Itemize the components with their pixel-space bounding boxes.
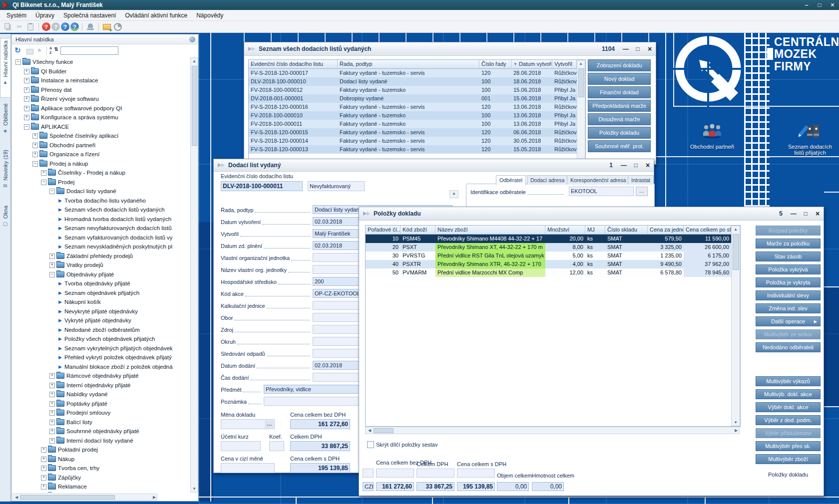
button-marze-za-polozku[interactable]: Marže za položku: [756, 239, 821, 249]
app-maximize-button[interactable]: □: [813, 1, 826, 8]
button-individualni-slevy[interactable]: Individuální slevy: [756, 290, 821, 300]
expand-icon[interactable]: +: [24, 96, 29, 102]
hide-subitems-checkbox[interactable]: [367, 441, 374, 448]
tree-folder-reklamace[interactable]: +Reklamace: [12, 482, 189, 491]
collapse-all-icon[interactable]: [26, 49, 33, 54]
collapse-icon[interactable]: −: [49, 189, 55, 194]
customer-picker-button[interactable]: …: [636, 187, 648, 196]
expand-icon[interactable]: +: [49, 383, 55, 388]
list-window-titlebar[interactable]: Seznam všech dodacích listů vydaných 110…: [244, 42, 656, 56]
expand-icon[interactable]: +: [49, 392, 55, 397]
button-novy-doklad[interactable]: Nový doklad: [588, 73, 651, 85]
help-context-icon[interactable]: ?: [42, 22, 50, 31]
expand-icon[interactable]: +: [49, 420, 55, 425]
item-row[interactable]: 10PSM45Převodníky Shimano M4408 44-32-22…: [366, 235, 731, 243]
tree-item-vykryte-prijate-objednavky[interactable]: ▶Vykryté přijaté objednávky: [12, 316, 189, 325]
tree-item-manualni-blokace-zbozi-z-polozek-objedna[interactable]: ▶Manuální blokace zboží z položek objedn…: [12, 362, 189, 371]
tree-folder-prodej[interactable]: −Prodej: [12, 178, 189, 187]
form-scrollbar-up[interactable]: ▲: [449, 190, 458, 198]
tree-item-polozky-vsech-objednavek-prijatych[interactable]: ▶Položky všech objednávek přijatých: [12, 334, 189, 343]
close-button[interactable]: ×: [642, 161, 654, 169]
timer-icon[interactable]: [113, 22, 123, 32]
item-row[interactable]: 50PVMARMPřední vidlice Marzocchi MX Comp…: [366, 268, 731, 277]
bell-icon[interactable]: [85, 22, 95, 32]
expand-icon[interactable]: +: [49, 429, 55, 434]
sidebar-tab-oblibene[interactable]: Oblíbené★: [0, 101, 10, 143]
button-predpokladana-marze[interactable]: Předpokládaná marže: [588, 100, 651, 112]
tree-folder-rizeni-vyvoje-softwaru[interactable]: +Řízení vývoje softwaru: [12, 94, 189, 103]
help-form-icon[interactable]: ?: [51, 22, 60, 31]
sidebar-tab-okna[interactable]: Okna▢: [0, 204, 10, 237]
menu-item-upravy[interactable]: Úpravy: [31, 10, 59, 21]
sidebar-tab-novinky-19[interactable]: Novinky (19)✉: [0, 148, 10, 199]
tree-item-seznam-nevyfakturovanych-dodacich-listu[interactable]: ▶Seznam nevyfakturovaných dodacích listů: [12, 224, 189, 233]
column-header-mj[interactable]: MJ: [585, 226, 605, 235]
currency-field[interactable]: …: [221, 419, 275, 429]
column-header-nazev-zbozi[interactable]: Název zboží: [435, 226, 545, 235]
tree-folder-registrace-prodeje-v-hotovosti[interactable]: +Registrace prodeje v hotovosti: [12, 492, 189, 493]
menu-item-spolecna-nastaveni[interactable]: Společná nastavení: [59, 10, 120, 21]
menu-item-ovladani-aktivni-funkce[interactable]: Ovládání aktivní funkce: [120, 10, 192, 21]
close-button[interactable]: ×: [644, 45, 656, 53]
app-minimize-button[interactable]: –: [800, 1, 813, 8]
menu-item-napovedy[interactable]: Nápovědy: [192, 10, 228, 21]
tree-folder-zakladni-prehledy-prodeju[interactable]: +Základní přehledy prodejů: [12, 252, 189, 260]
tab-korespondencni-adresa[interactable]: Korespondenční adresa: [567, 175, 630, 185]
column-header-datum-vytvoreni[interactable]: ▼Datum vytvoření: [511, 60, 552, 69]
column-header-evidencni-cislo-dodaciho-listu[interactable]: Evidenční číslo dodacího listu: [249, 60, 338, 69]
minimize-button[interactable]: —: [788, 210, 800, 217]
button-financni-doklad[interactable]: Finanční doklad: [588, 86, 651, 98]
maximize-button[interactable]: □: [630, 162, 642, 169]
items-horizontal-scrollbar[interactable]: ◀ ▶: [365, 427, 740, 434]
expand-icon[interactable]: +: [24, 87, 29, 93]
expand-icon[interactable]: +: [49, 373, 55, 379]
expand-icon[interactable]: +: [49, 401, 55, 407]
tree-item-nakupni-kosik[interactable]: ▶Nákupní košík: [12, 297, 189, 306]
table-row[interactable]: DLV-2018-100-000010Dodací listy vydané10…: [249, 77, 577, 86]
button-vyber-dokl-akce[interactable]: Výběr dokl. akce: [756, 402, 821, 412]
currency-picker-button[interactable]: …: [265, 420, 274, 428]
table-row[interactable]: FV-S-2018-120-000016Faktury vydané - tuz…: [249, 103, 577, 111]
collapse-icon[interactable]: −: [32, 161, 38, 167]
button-zobrazeni-dokladu[interactable]: Zobrazení dokladu: [588, 59, 651, 71]
item-row[interactable]: 30PVRSTGPřední vidlice RST Gila TnL olej…: [366, 252, 731, 260]
expand-icon[interactable]: +: [41, 170, 46, 176]
tree-folder-instalace-a-reinstalace[interactable]: +Instalace a reinstalace: [12, 76, 189, 85]
tree-folder-prenosy-dat[interactable]: +Přenosy dat: [12, 85, 189, 94]
table-row[interactable]: FV-2018-100-000010Faktury vydané - tuzem…: [249, 111, 577, 120]
sidebar-tab-hlavni-nabidka[interactable]: Hlavní nabídka▲: [0, 38, 10, 98]
items-window-titlebar[interactable]: Položky dokladu 5 — □ ×: [359, 207, 824, 221]
table-row[interactable]: FV-S-2018-120-000015Faktury vydané - tuz…: [249, 128, 577, 137]
tree-folder-aplikace-softwarove-podpory-qi[interactable]: +Aplikace softwarové podpory QI: [12, 104, 189, 113]
tree-folder-spolecne-ciselniky-aplikaci[interactable]: +Společné číselníky aplikací: [12, 131, 189, 140]
tree-folder-dodaci-listy-vydane[interactable]: −Dodací listy vydané: [12, 187, 189, 196]
expand-icon[interactable]: +: [41, 484, 46, 490]
expand-icon[interactable]: +: [32, 133, 38, 139]
tree-folder-organizace-a-rizeni[interactable]: +Organizace a řízení: [12, 150, 189, 159]
column-header-rada-podtyp[interactable]: Řada, podtyp: [338, 60, 479, 69]
item-row[interactable]: 40PSXTRPřevodníky Shimano XTR, 46-32-22 …: [366, 260, 731, 268]
button-polozka-vykryva[interactable]: Položka vykrývá: [756, 264, 821, 274]
tree-folder-vsechny-funkce[interactable]: −Všechny funkce: [12, 57, 189, 66]
button-multivyber-zbozi[interactable]: Multivýběr zboží: [756, 454, 821, 464]
expand-icon[interactable]: +: [41, 466, 46, 471]
button-multivyb-dokl-akce[interactable]: Multivýb. dokl. akce: [756, 389, 821, 399]
copy-icon[interactable]: [3, 22, 13, 32]
maximize-button[interactable]: □: [800, 210, 812, 217]
tree-item-seznam-vykrytelnych-prijatych-objednavek[interactable]: ▶Seznam vykrytelných přijatých objednáve…: [12, 344, 189, 353]
tree-item-nevykryte-prijate-objednavky[interactable]: ▶Nevykryté přijaté objednávky: [12, 307, 189, 316]
tree-item-tvorba-dodaciho-listu-vydaneho[interactable]: ▶Tvorba dodacího listu vydaného: [12, 196, 189, 205]
button-dosazena-marze[interactable]: Dosažená marže: [588, 113, 651, 125]
foreign-price-field[interactable]: [221, 463, 275, 473]
expand-icon[interactable]: +: [32, 152, 38, 157]
button-polozka-je-vykryta[interactable]: Položka je vykryta: [756, 277, 821, 287]
tree-folder-ramcove-objednavky-prijate[interactable]: +Rámcové objednávky přijaté: [12, 371, 189, 380]
column-header-cislo-rady[interactable]: Číslo řady: [479, 60, 511, 69]
rate-field[interactable]: [221, 441, 261, 451]
table-row[interactable]: FV-S-2018-120-000013Faktury vydané - tuz…: [249, 145, 577, 154]
column-header-poradove-ci[interactable]: Pořadové čí...: [366, 226, 401, 235]
table-row[interactable]: DV-2018-001-000001Dobropisy vydané00115.…: [249, 94, 577, 103]
tab-odberatel[interactable]: Odběratel: [496, 175, 526, 185]
expand-icon[interactable]: +: [32, 143, 38, 148]
tree-folder-ciselniky-prodej-a-nakup[interactable]: +Číselníky - Prodej a nákup: [12, 168, 189, 177]
